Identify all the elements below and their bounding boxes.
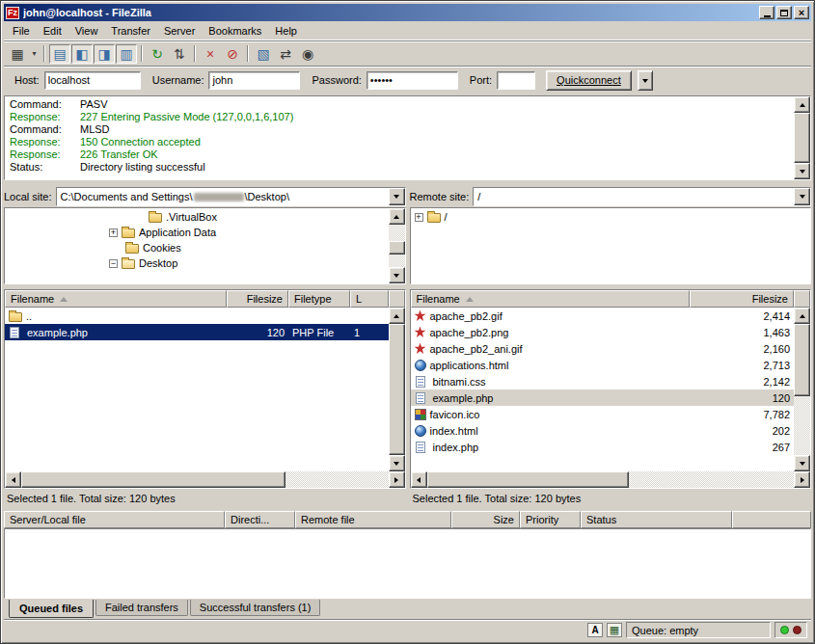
toggle-local-tree-icon[interactable]: ◧ bbox=[71, 44, 93, 64]
quickconnect-dropdown-button[interactable] bbox=[638, 70, 653, 91]
scroll-up-button[interactable] bbox=[794, 308, 810, 324]
tree-expander[interactable]: − bbox=[109, 259, 118, 268]
scroll-thumb[interactable] bbox=[21, 471, 285, 488]
directory-comparison-icon[interactable]: ▧ bbox=[253, 44, 274, 64]
scroll-up-button[interactable] bbox=[794, 96, 810, 113]
scroll-track[interactable] bbox=[794, 113, 810, 163]
queue-tab[interactable]: Successful transfers (1) bbox=[190, 600, 321, 616]
scroll-up-button[interactable] bbox=[389, 208, 405, 225]
transfer-queue-body[interactable] bbox=[4, 528, 811, 599]
scroll-track[interactable] bbox=[389, 225, 405, 267]
queue-column-header[interactable]: Priority bbox=[520, 511, 581, 528]
log-scrollbar[interactable] bbox=[794, 96, 810, 179]
tree-expander[interactable]: + bbox=[415, 213, 423, 222]
file-row[interactable]: index.php 267 bbox=[411, 439, 795, 455]
scroll-right-button[interactable] bbox=[794, 471, 810, 488]
disconnect-icon[interactable]: ⊘ bbox=[222, 44, 243, 64]
file-row[interactable]: apache_pb2_ani.gif 2,160 bbox=[411, 340, 795, 357]
menu-item[interactable]: Edit bbox=[37, 22, 68, 40]
host-input[interactable] bbox=[44, 71, 141, 90]
queue-tab[interactable]: Queued files bbox=[9, 600, 94, 618]
local-list-hscrollbar[interactable] bbox=[5, 471, 405, 488]
scroll-down-button[interactable] bbox=[794, 163, 810, 179]
process-queue-icon[interactable]: ⇅ bbox=[169, 44, 190, 64]
scroll-up-button[interactable] bbox=[389, 308, 405, 324]
column-header[interactable]: Filename bbox=[411, 290, 691, 308]
menu-item[interactable]: Transfer bbox=[104, 22, 157, 40]
file-row[interactable]: example.php 120 PHP File 1 bbox=[5, 324, 389, 340]
local-tree-scrollbar[interactable] bbox=[389, 208, 405, 283]
port-input[interactable] bbox=[497, 71, 535, 90]
quickconnect-button[interactable]: Quickconnect bbox=[546, 70, 632, 91]
tree-item[interactable]: + / bbox=[411, 209, 811, 225]
scroll-thumb[interactable] bbox=[389, 241, 405, 255]
column-header[interactable]: L bbox=[350, 290, 389, 308]
menu-item[interactable]: Bookmarks bbox=[202, 22, 268, 40]
site-manager-icon[interactable]: ▦ bbox=[7, 44, 28, 64]
queue-tab[interactable]: Failed transfers bbox=[95, 600, 188, 616]
synchronized-browsing-icon[interactable]: ⇄ bbox=[275, 44, 296, 64]
refresh-icon[interactable]: ↻ bbox=[147, 44, 168, 64]
password-input[interactable] bbox=[367, 71, 458, 90]
close-button[interactable]: × bbox=[794, 6, 809, 19]
scroll-down-button[interactable] bbox=[389, 267, 405, 283]
column-header[interactable]: Filename bbox=[5, 290, 227, 308]
cancel-operation-icon[interactable]: × bbox=[200, 44, 221, 64]
scroll-down-button[interactable] bbox=[794, 455, 810, 471]
file-name: apache_pb2.gif bbox=[430, 310, 503, 322]
file-row[interactable]: favicon.ico 7,782 bbox=[411, 406, 795, 422]
tree-expander[interactable]: + bbox=[109, 228, 118, 237]
site-manager-dropdown-icon[interactable]: ▾ bbox=[29, 44, 40, 64]
scroll-thumb[interactable] bbox=[389, 324, 405, 455]
queue-column-header[interactable]: Directi... bbox=[225, 511, 295, 528]
tree-item[interactable]: + Application Data bbox=[5, 225, 389, 240]
menu-item[interactable]: Help bbox=[268, 22, 304, 40]
column-header[interactable]: Filesize bbox=[690, 290, 794, 308]
file-row[interactable]: apache_pb2.gif 2,414 bbox=[411, 308, 795, 324]
menu-item[interactable]: Server bbox=[157, 22, 202, 40]
queue-column-header[interactable]: Server/Local file bbox=[4, 511, 225, 528]
scroll-left-button[interactable] bbox=[5, 471, 21, 488]
file-row[interactable]: index.html 202 bbox=[411, 422, 795, 439]
remote-site-dropdown-button[interactable] bbox=[794, 188, 810, 205]
remote-site-combo[interactable]: / bbox=[473, 187, 811, 206]
username-input[interactable] bbox=[208, 71, 300, 90]
scroll-track[interactable] bbox=[21, 471, 389, 488]
scroll-track[interactable] bbox=[794, 324, 810, 455]
queue-column-header[interactable]: Status bbox=[581, 511, 732, 528]
file-row[interactable]: apache_pb2.png 1,463 bbox=[411, 324, 795, 340]
toggle-remote-tree-icon[interactable]: ◨ bbox=[94, 44, 115, 64]
scroll-thumb[interactable] bbox=[794, 113, 810, 163]
menu-item[interactable]: View bbox=[68, 22, 105, 40]
scroll-down-button[interactable] bbox=[389, 455, 405, 471]
file-row[interactable]: .. bbox=[5, 308, 389, 324]
scroll-track[interactable] bbox=[389, 324, 405, 455]
scroll-track[interactable] bbox=[427, 471, 795, 488]
local-site-combo[interactable]: C:\Documents and Settings\\Desktop\ bbox=[56, 187, 406, 206]
menu-item[interactable]: File bbox=[6, 22, 37, 40]
file-row[interactable]: applications.html 2,713 bbox=[411, 357, 795, 373]
scroll-thumb[interactable] bbox=[427, 471, 629, 488]
tree-item[interactable]: Cookies bbox=[5, 240, 389, 255]
tree-item[interactable]: .VirtualBox bbox=[5, 209, 389, 225]
tree-item[interactable]: − Desktop bbox=[5, 255, 389, 271]
local-site-dropdown-button[interactable] bbox=[389, 188, 405, 205]
toggle-transfer-queue-icon[interactable]: ▥ bbox=[116, 44, 137, 64]
titlebar[interactable]: Fz john@localhost - FileZilla × bbox=[4, 4, 811, 21]
local-list-scrollbar[interactable] bbox=[389, 308, 405, 471]
find-files-icon[interactable]: ◉ bbox=[297, 44, 318, 64]
file-row[interactable]: bitnami.css 2,142 bbox=[411, 373, 795, 389]
queue-column-header[interactable]: Remote file bbox=[295, 511, 451, 528]
column-header[interactable]: Filesize bbox=[227, 290, 288, 308]
queue-column-header[interactable]: Size bbox=[451, 511, 520, 528]
scroll-thumb[interactable] bbox=[794, 324, 810, 396]
file-row[interactable]: example.php 120 bbox=[411, 389, 795, 406]
minimize-button[interactable] bbox=[759, 6, 774, 19]
scroll-right-button[interactable] bbox=[389, 471, 405, 488]
toggle-message-log-icon[interactable]: ▤ bbox=[49, 44, 70, 64]
maximize-button[interactable] bbox=[776, 6, 792, 19]
scroll-left-button[interactable] bbox=[411, 471, 427, 488]
remote-list-scrollbar[interactable] bbox=[794, 308, 810, 471]
remote-list-hscrollbar[interactable] bbox=[411, 471, 811, 488]
column-header[interactable]: Filetype bbox=[288, 290, 350, 308]
